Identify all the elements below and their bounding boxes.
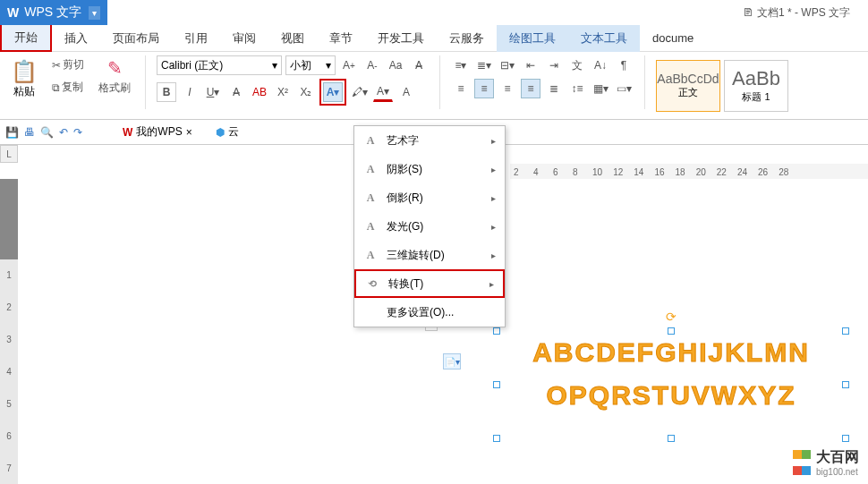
redo-icon[interactable]: ↷: [73, 126, 82, 139]
shading-button[interactable]: ▦▾: [591, 79, 610, 98]
scissors-icon: ✂: [52, 59, 61, 72]
dd-rotate3d[interactable]: A三维旋转(D)▸: [354, 241, 505, 269]
cube-icon: ⬢: [216, 126, 225, 139]
grow-font-button[interactable]: A+: [339, 55, 359, 75]
tab-cloud[interactable]: ⬢ 云: [208, 122, 247, 142]
reflect-icon: A: [363, 191, 378, 205]
undo-icon[interactable]: ↶: [59, 126, 68, 139]
align-left-button[interactable]: ≡: [451, 79, 471, 98]
text-effect-highlight: A▾: [319, 79, 346, 106]
dd-shadow[interactable]: A阴影(S)▸: [354, 155, 505, 183]
resize-handle-ml[interactable]: [493, 381, 500, 388]
format-brush-button[interactable]: ✎ 格式刷: [95, 55, 134, 98]
sort-button[interactable]: A↓: [591, 55, 610, 75]
menu-start[interactable]: 开始: [0, 25, 52, 52]
menu-insert[interactable]: 插入: [52, 25, 100, 52]
chevron-right-icon: ▸: [491, 193, 496, 203]
paste-options-button[interactable]: 📄▾: [443, 353, 461, 369]
menu-dev[interactable]: 开发工具: [365, 25, 437, 52]
subscript-button[interactable]: X₂: [296, 82, 316, 102]
wordart-text[interactable]: ABCDEFGHIJKLMN OPQRSTUVWXYZ: [497, 331, 846, 417]
transform-icon: ⟲: [365, 277, 379, 291]
dd-glow[interactable]: A发光(G)▸: [354, 212, 505, 241]
app-logo-icon: W: [7, 5, 19, 20]
divider: [145, 55, 146, 109]
resize-handle-tr[interactable]: [842, 327, 849, 335]
distribute-button[interactable]: ≣: [544, 79, 564, 98]
dd-reflect[interactable]: A倒影(R)▸: [354, 183, 505, 212]
quick-access-toolbar: 💾 🖶 🔍 ↶ ↷: [5, 126, 82, 139]
text-effect-dropdown: A艺术字▸ A阴影(S)▸ A倒影(R)▸ A发光(G)▸ A三维旋转(D)▸ …: [353, 125, 506, 327]
bullets-button[interactable]: ≡▾: [451, 55, 471, 75]
shrink-font-button[interactable]: A-: [362, 55, 382, 75]
resize-handle-bm[interactable]: [668, 435, 675, 442]
decrease-indent-button[interactable]: ⇤: [521, 55, 540, 75]
menu-refs[interactable]: 引用: [172, 25, 220, 52]
text-direction-button[interactable]: 文: [567, 55, 587, 75]
style-normal[interactable]: AaBbCcDd 正文: [656, 60, 720, 112]
document-title: 🖹 文档1 * - WPS 文字: [743, 5, 850, 21]
chevron-right-icon: ▸: [491, 136, 496, 146]
highlight-button[interactable]: 🖍▾: [350, 82, 370, 102]
dd-more-settings[interactable]: 更多设置(O)...: [354, 298, 505, 327]
menu-draw-tools[interactable]: 绘图工具: [497, 25, 568, 52]
align-right-button[interactable]: ≡: [498, 79, 517, 98]
font-family-select[interactable]: Calibri (正文)▾: [157, 55, 282, 75]
print-icon[interactable]: 🖶: [24, 126, 35, 139]
style-heading1[interactable]: AaBb 标题 1: [724, 60, 788, 112]
wps-logo-icon: W: [123, 126, 132, 139]
chevron-right-icon: ▸: [491, 165, 496, 174]
dd-transform[interactable]: ⟲转换(T)▸: [354, 269, 505, 298]
show-marks-button[interactable]: ¶: [614, 55, 634, 75]
numbering-button[interactable]: ≣▾: [474, 55, 494, 75]
menu-cloud[interactable]: 云服务: [437, 25, 497, 52]
rotate-handle[interactable]: ⟳: [666, 310, 677, 324]
preview-icon[interactable]: 🔍: [40, 126, 54, 139]
multilevel-button[interactable]: ⊟▾: [498, 55, 517, 75]
menu-layout[interactable]: 页面布局: [100, 25, 172, 52]
line-spacing-button[interactable]: ↕≡: [567, 79, 587, 98]
doc-icon: 🖹: [743, 6, 753, 19]
shadow-icon: A: [363, 163, 378, 176]
resize-handle-tm[interactable]: [668, 327, 675, 335]
chevron-right-icon: ▸: [491, 222, 496, 232]
app-tab[interactable]: W WPS 文字 ▾: [0, 0, 107, 25]
increase-indent-button[interactable]: ⇥: [544, 55, 564, 75]
clear-format-button[interactable]: A̶: [409, 55, 429, 75]
wordart-object[interactable]: ⟳ ABCDEFGHIJKLMN OPQRSTUVWXYZ: [497, 331, 846, 438]
cut-button[interactable]: ✂剪切: [48, 55, 88, 74]
align-center-button[interactable]: ≡: [474, 79, 494, 98]
strike-button[interactable]: A̶: [226, 82, 246, 102]
strike2-button[interactable]: AB: [250, 82, 269, 102]
clipboard-icon: 📋: [11, 59, 38, 84]
app-name: WPS 文字: [24, 4, 81, 21]
phonetic-button[interactable]: A: [396, 82, 416, 102]
resize-handle-bl[interactable]: [493, 435, 500, 442]
close-icon[interactable]: ×: [186, 126, 192, 139]
font-size-select[interactable]: 小初▾: [285, 55, 336, 75]
italic-button[interactable]: I: [180, 82, 200, 102]
underline-button[interactable]: U▾: [203, 82, 223, 102]
copy-button[interactable]: ⧉复制: [48, 78, 88, 97]
superscript-button[interactable]: X²: [273, 82, 293, 102]
divider: [644, 55, 645, 109]
dd-wordart[interactable]: A艺术字▸: [354, 126, 505, 155]
resize-handle-tl[interactable]: [493, 327, 500, 335]
resize-handle-br[interactable]: [842, 435, 849, 442]
menu-docume[interactable]: docume: [640, 25, 706, 52]
tab-my-wps[interactable]: W 我的WPS ×: [115, 122, 200, 142]
save-icon[interactable]: 💾: [5, 126, 19, 139]
menu-review[interactable]: 审阅: [220, 25, 268, 52]
font-color-button[interactable]: A▾: [373, 82, 393, 102]
borders-button[interactable]: ▭▾: [614, 79, 634, 98]
menu-view[interactable]: 视图: [268, 25, 317, 52]
menu-text-tools[interactable]: 文本工具: [568, 25, 640, 52]
resize-handle-mr[interactable]: [842, 381, 849, 388]
bold-button[interactable]: B: [157, 82, 176, 102]
text-effect-button[interactable]: A▾: [323, 82, 343, 102]
align-justify-button[interactable]: ≡: [521, 79, 540, 98]
change-case-button[interactable]: Aa: [386, 55, 405, 75]
menu-chapter[interactable]: 章节: [317, 25, 365, 52]
paste-button[interactable]: 📋 粘贴: [7, 55, 41, 103]
app-dropdown-icon[interactable]: ▾: [89, 6, 100, 20]
